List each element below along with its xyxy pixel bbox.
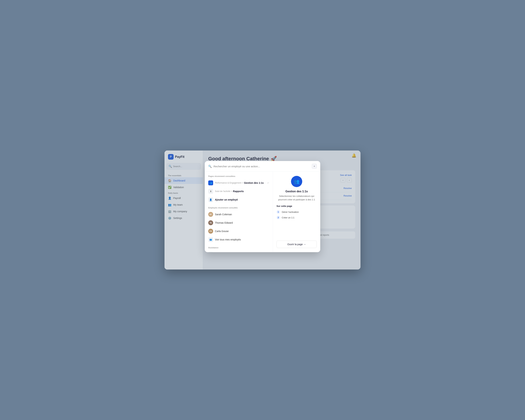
recent-page-breadcrumb-0: Performance & Engagement	[215, 182, 241, 184]
avatar-sarah: SC	[208, 212, 213, 217]
recent-page-icon-0: 👥	[208, 180, 213, 185]
recent-page-separator-0: >	[242, 182, 243, 184]
recent-page-item-1[interactable]: ⬇ Suivi de l'activité > Rapports	[205, 187, 273, 196]
enter-icon-0: ↵	[267, 181, 269, 184]
modal-left-panel: Pages récemment consultées 👥 Performance…	[205, 172, 273, 252]
modal-right-panel: 👥 Gestion des 1:1s Sélectionnez les coll…	[273, 172, 320, 252]
recent-employees-label: Employés récemment consultés	[205, 206, 273, 210]
search-modal: 🔍 × Pages récemment consultées 👥 Per	[205, 161, 320, 252]
recent-page-separator-1: >	[231, 190, 232, 193]
open-page-button[interactable]: Ouvrir la page →	[276, 241, 317, 248]
modal-body: Pages récemment consultées 👥 Performance…	[205, 172, 320, 252]
recent-page-content-1: Suivi de l'activité > Rapports	[215, 190, 269, 193]
app-window: P PayFit 🔍 The essentials 🏠 Dashboard ✅ …	[165, 150, 360, 270]
page-action-item-1[interactable]: 2 Créer un 1:1	[276, 215, 317, 220]
right-panel-icon-circle: 👥	[291, 176, 302, 187]
right-panel-desc: Sélectionnez les collaborateurs qui pour…	[276, 195, 317, 201]
employee-name-2: Carla Gouse	[215, 230, 229, 233]
employee-name-1: Thomas Edward	[215, 221, 233, 224]
view-all-employees[interactable]: 👥 Voir tous mes employés	[205, 235, 273, 244]
assistance-label: Assistance	[205, 246, 273, 250]
recent-employee-item-1[interactable]: TE Thomas Edward	[205, 219, 273, 227]
page-action-item-0[interactable]: 1 Gérer l'activation	[276, 209, 317, 215]
sur-cette-page-label: Sur cette page	[276, 205, 317, 207]
recent-page-breadcrumb-1: Suivi de l'activité	[215, 190, 230, 193]
recent-page-label-0: Gestion des 1:1s	[244, 181, 263, 184]
modal-search-bar: 🔍 ×	[205, 161, 320, 172]
recent-pages-label: Pages récemment consultées	[205, 175, 273, 179]
recent-employee-item-2[interactable]: CG Carla Gouse	[205, 227, 273, 235]
close-icon: ×	[314, 165, 315, 168]
action-label-0: Gérer l'activation	[282, 211, 299, 213]
recent-employee-item-0[interactable]: SC Sarah Coleman	[205, 210, 273, 219]
action-num-0: 1	[276, 210, 280, 214]
modal-search-input[interactable]	[214, 165, 310, 168]
recent-page-label-1: Rapports	[233, 190, 244, 193]
avatar-thomas: TE	[208, 220, 213, 225]
help-icon: ❓	[208, 252, 213, 252]
modal-overlay[interactable]: 🔍 × Pages récemment consultées 👥 Per	[165, 150, 360, 270]
recent-page-item-0[interactable]: 👥 Performance & Engagement > Gestion des…	[205, 179, 273, 187]
recent-page-content-0: Performance & Engagement > Gestion des 1…	[215, 181, 265, 184]
action-num-1: 2	[276, 216, 280, 219]
view-all-label: Voir tous mes employés	[215, 238, 241, 241]
help-center-item[interactable]: ❓ Ouvrir le centre d'aide ↗	[205, 250, 273, 252]
recent-page-icon-2: 👤	[208, 197, 213, 202]
modal-close-button[interactable]: ×	[312, 164, 317, 169]
right-panel-title: Gestion des 1:1s	[285, 190, 308, 193]
employee-name-0: Sarah Coleman	[215, 213, 232, 216]
recent-page-item-2[interactable]: 👤 Ajouter un employé	[205, 196, 273, 204]
recent-page-label-2: Ajouter un employé	[215, 198, 238, 201]
action-label-1: Créer un 1:1	[282, 216, 294, 219]
right-panel-icon: 👥	[294, 179, 300, 184]
modal-search-icon: 🔍	[208, 165, 212, 168]
view-all-icon: 👥	[208, 237, 213, 242]
recent-page-icon-1: ⬇	[208, 189, 213, 194]
avatar-carla: CG	[208, 229, 213, 234]
